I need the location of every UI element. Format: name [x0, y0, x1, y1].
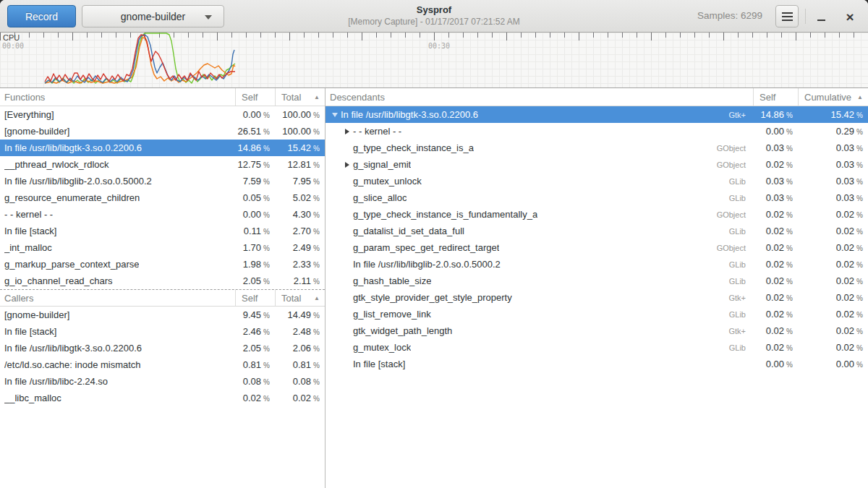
percent-sign: % — [856, 111, 863, 119]
percent-sign: % — [786, 311, 793, 319]
percent-sign: % — [786, 111, 793, 119]
self-value: 1.70% — [235, 242, 275, 253]
tree-row[interactable]: g_mutex_unlockGLib0.03%0.03% — [326, 173, 868, 189]
percent-value: 0.03 — [836, 142, 854, 153]
tree-row[interactable]: In file /usr/lib/libglib-2.0.so.0.5000.2… — [326, 256, 868, 273]
callers-total-label: Total — [281, 293, 301, 304]
percent-value: 0.81 — [293, 359, 311, 370]
tree-row[interactable]: g_list_remove_linkGLib0.02%0.02% — [326, 306, 868, 322]
tree-row[interactable]: - - kernel - -0.00%0.29% — [326, 123, 868, 140]
percent-sign: % — [313, 361, 320, 369]
percent-sign: % — [263, 361, 270, 369]
function-name: g_signal_emit — [353, 159, 411, 170]
tree-row[interactable]: In file /usr/lib/libgtk-3.so.0.2200.6Gtk… — [326, 106, 868, 123]
tree-row[interactable]: g_datalist_id_set_data_fullGLib0.02%0.02… — [326, 223, 868, 239]
function-name: In file [stack] — [353, 359, 405, 369]
expander-closed-icon[interactable] — [341, 162, 353, 168]
headerbar: Record gnome-builder Sysprof [Memory Cap… — [0, 0, 868, 33]
percent-value: 0.02 — [836, 292, 854, 303]
functions-total-column-header[interactable]: Total ▲ — [275, 88, 325, 106]
tree-row[interactable]: g_type_check_instance_is_aGObject0.03%0.… — [326, 140, 868, 156]
right-pane-empty-area — [326, 372, 868, 488]
function-name-cell: g_resource_enumerate_children — [0, 192, 235, 203]
cpu-graph[interactable]: CPU 00:00 00:30 — [0, 33, 868, 88]
tree-row[interactable]: gtk_widget_path_lengthGtk+0.02%0.02% — [326, 322, 868, 339]
tree-row[interactable]: g_mutex_lockGLib0.02%0.02% — [326, 339, 868, 356]
close-button[interactable]: × — [839, 6, 861, 27]
tree-row[interactable]: gtk_style_provider_get_style_propertyGtk… — [326, 289, 868, 306]
percent-sign: % — [313, 211, 320, 219]
table-row[interactable]: g_resource_enumerate_children0.05%5.02% — [0, 189, 325, 206]
percent-sign: % — [313, 161, 320, 169]
table-row[interactable]: _int_malloc1.70%2.49% — [0, 239, 325, 256]
table-row[interactable]: /etc/ld.so.cache: inode mismatch0.81%0.8… — [0, 356, 325, 373]
table-row[interactable]: In file /usr/lib/libgtk-3.so.0.2200.62.0… — [0, 340, 325, 356]
percent-value: 2.70 — [293, 226, 311, 236]
percent-value: 0.02 — [766, 292, 784, 303]
percent-sign: % — [786, 361, 793, 369]
table-row[interactable]: [Everything]0.00%100.00% — [0, 106, 325, 123]
percent-value: 0.02 — [766, 242, 784, 253]
percent-sign: % — [313, 111, 320, 119]
total-value: 2.06% — [275, 343, 325, 354]
percent-value: 100.00 — [282, 126, 311, 137]
table-row[interactable]: In file [stack]2.46%2.48% — [0, 323, 325, 340]
tree-row[interactable]: g_param_spec_get_redirect_targetGObject0… — [326, 239, 868, 256]
table-row[interactable]: [gnome-builder]9.45%14.49% — [0, 307, 325, 323]
record-button[interactable]: Record — [7, 5, 76, 27]
tree-row[interactable]: In file [stack]0.00%0.00% — [326, 356, 868, 372]
function-name-cell: [Everything] — [0, 109, 235, 120]
callers-table-header: Callers Self Total ▲ — [0, 289, 325, 307]
function-name: g_param_spec_get_redirect_target — [353, 242, 499, 253]
callers-total-column-header[interactable]: Total ▲ — [275, 290, 325, 306]
callers-self-column-header[interactable]: Self — [235, 290, 275, 306]
function-name: g_list_remove_link — [353, 309, 431, 320]
self-value: 0.00% — [235, 109, 275, 120]
percent-sign: % — [856, 328, 863, 335]
menu-button[interactable] — [775, 5, 799, 27]
minimize-icon — [817, 20, 825, 22]
table-row[interactable]: In file /usr/lib/libc-2.24.so0.08%0.08% — [0, 373, 325, 390]
table-row[interactable]: In file /usr/lib/libglib-2.0.so.0.5000.2… — [0, 173, 325, 189]
descendants-self-column-header[interactable]: Self — [753, 88, 798, 106]
table-row[interactable]: In file /usr/lib/libgtk-3.so.0.2200.614.… — [0, 140, 325, 156]
table-row[interactable]: __libc_malloc0.02%0.02% — [0, 390, 325, 406]
table-row[interactable]: __pthread_rwlock_rdlock12.75%12.81% — [0, 156, 325, 173]
tree-row[interactable]: g_hash_table_sizeGLib0.02%0.02% — [326, 273, 868, 289]
minimize-button[interactable] — [810, 6, 832, 27]
self-value: 7.59% — [235, 176, 275, 187]
function-name-cell: __pthread_rwlock_rdlock — [0, 159, 235, 170]
target-dropdown[interactable]: gnome-builder — [82, 5, 224, 27]
hamburger-icon — [782, 12, 793, 21]
table-row[interactable]: g_markup_parse_context_parse1.98%2.33% — [0, 256, 325, 273]
percent-sign: % — [263, 145, 270, 153]
cumulative-value: 0.02% — [798, 242, 868, 253]
percent-sign: % — [786, 278, 793, 286]
callers-column-header[interactable]: Callers — [0, 290, 235, 306]
function-name: g_type_check_instance_is_fundamentally_a — [353, 209, 537, 220]
functions-table-header: Functions Self Total ▲ — [0, 88, 325, 106]
expander-open-icon[interactable] — [328, 113, 341, 117]
tree-row[interactable]: g_slice_allocGLib0.03%0.03% — [326, 189, 868, 206]
category-label: GObject — [717, 244, 753, 252]
table-row[interactable]: In file [stack]0.11%2.70% — [0, 223, 325, 239]
table-row[interactable]: g_io_channel_read_chars2.05%2.11% — [0, 273, 325, 289]
total-value: 7.95% — [275, 176, 325, 187]
self-value: 0.02% — [753, 209, 798, 220]
expander-closed-icon[interactable] — [341, 129, 353, 134]
descendants-cumulative-column-header[interactable]: Cumulative ▲ — [798, 88, 868, 106]
percent-sign: % — [263, 261, 270, 269]
table-row[interactable]: [gnome-builder]26.51%100.00% — [0, 123, 325, 140]
functions-column-header[interactable]: Functions — [0, 88, 235, 106]
table-row[interactable]: - - kernel - -0.00%4.30% — [0, 206, 325, 223]
percent-value: 14.86 — [238, 142, 262, 153]
function-name: In file [stack] — [4, 326, 56, 337]
descendants-column-header[interactable]: Descendants — [326, 88, 753, 106]
tree-row[interactable]: g_type_check_instance_is_fundamentally_a… — [326, 206, 868, 223]
function-name: [Everything] — [4, 109, 54, 120]
total-value: 12.81% — [275, 159, 325, 170]
functions-self-column-header[interactable]: Self — [235, 88, 275, 106]
function-name: In file /usr/lib/libc-2.24.so — [4, 376, 108, 387]
function-name: __libc_malloc — [4, 393, 61, 403]
tree-row[interactable]: g_signal_emitGObject0.02%0.03% — [326, 156, 868, 173]
